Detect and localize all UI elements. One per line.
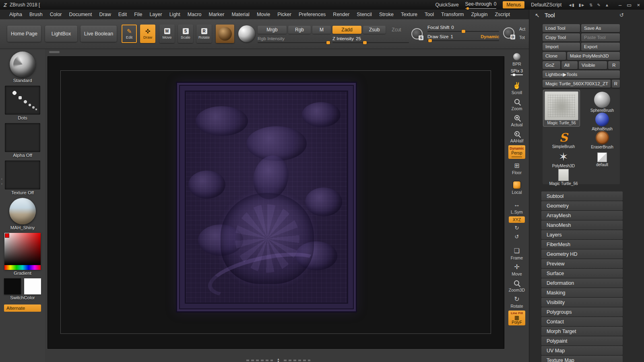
tool-thumbnail[interactable]: ✶ PolyMesh3D [545,150,582,168]
subpalette-uv-map[interactable]: UV Map [541,346,623,355]
subpalette-fibermesh[interactable]: FiberMesh [541,240,623,249]
rotate3d-button[interactable]: ↻ Rotate [511,294,523,309]
subpalette-layers[interactable]: Layers [541,230,623,239]
subpalette-visibility[interactable]: Visibility [541,298,623,307]
doc-scroll-icon[interactable]: ⇅ [589,3,592,7]
minimize-button[interactable]: – [619,2,621,8]
menu-tool[interactable]: Tool [421,10,438,19]
maximize-button[interactable]: ▭ [627,2,632,8]
actual-button[interactable]: Actual [511,113,522,127]
tool-thumbnail[interactable]: EraserBrush [586,131,618,149]
persp-button[interactable]: Dynamic Persp [508,145,525,159]
tool-thumbnail[interactable]: Magic Turtle_56 [545,168,582,186]
scroll-arrows-icon[interactable]: ▲▼ [277,358,280,362]
floor-button[interactable]: ⊞ Floor [512,161,522,175]
subpalette-subtool[interactable]: Subtool [541,191,623,201]
rotate-mode-button[interactable]: R Rotate [196,25,212,43]
see-through-slider[interactable]: See-through 0 [465,1,497,9]
tool-thumbnail[interactable]: SphereBrush [586,92,618,113]
menu-preferences[interactable]: Preferences [295,10,329,19]
z-intensity-slider[interactable]: Z Intensity 25 [332,36,409,43]
alpha-item[interactable]: Alpha Off [5,123,40,158]
menu-stroke[interactable]: Stroke [376,10,397,19]
pen-icon[interactable]: ✎ [597,3,601,7]
menu-movie[interactable]: Movie [253,10,274,19]
move3d-button[interactable]: ✛ Move [512,262,522,276]
subpalette-texture-map[interactable]: Texture Map [541,356,623,362]
menus-button[interactable]: Menus [503,1,524,8]
material-item[interactable]: MAH_Shiny [9,198,36,230]
menu-render[interactable]: Render [329,10,353,19]
tray-divider-handle[interactable] [49,51,60,53]
subpalette-polygroups[interactable]: Polygroups [541,307,623,317]
live-boolean-button[interactable]: Live Boolean [80,26,117,42]
menu-marker[interactable]: Marker [205,10,228,19]
subpalette-masking[interactable]: Masking [541,288,623,297]
goz-visible-button[interactable]: Visible [579,61,607,69]
subpalette-nanomesh[interactable]: NanoMesh [541,220,623,230]
subpalette-surface[interactable]: Surface [541,269,623,278]
edit-mode-button[interactable]: ✎ Edit [122,25,137,43]
mrgb-button[interactable]: Mrgb [258,26,287,34]
rgb-intensity-slider[interactable]: Rgb Intensity [258,36,331,43]
zadd-button[interactable]: Zadd [332,26,361,34]
save-as-button[interactable]: Save As [581,24,620,32]
rotate-ccw-icon[interactable]: ↺ [515,234,519,241]
tray-left-icon[interactable]: ◄▮ [568,3,574,7]
bpr-button[interactable]: BPR [512,52,521,66]
zcut-button[interactable]: Zcut [387,26,406,34]
scroll-button[interactable]: ✌ Scroll [512,81,522,95]
subpalette-geometry[interactable]: Geometry [541,201,623,210]
tot-toggle[interactable]: Tot [519,35,525,40]
tool-thumbnail[interactable]: default [586,150,618,167]
import-button[interactable]: Import [543,43,580,51]
menu-zplugin[interactable]: Zplugin [467,10,491,19]
menu-light[interactable]: Light [166,10,184,19]
menu-alpha[interactable]: Alpha [6,10,26,19]
subpalette-preview[interactable]: Preview [541,259,623,268]
subpalette-geometry-hd[interactable]: Geometry HD [541,249,623,259]
tray-edge-scrollbar[interactable]: ‹ › [0,177,4,186]
focal-shift-slider[interactable]: Focal Shift 0 [427,25,499,32]
goz-button[interactable]: GoZ [543,61,560,69]
subpalette-arraymesh[interactable]: ArrayMesh [541,211,623,220]
active-tool-thumbnail[interactable]: Magic Turtle_56 [543,90,580,126]
polyframe-button[interactable]: Line Fill ▦ PolyF [508,311,525,325]
tool-thumbnail[interactable]: S SimpleBrush [545,131,582,149]
rotate-cw-icon[interactable]: ↻ [515,225,519,232]
aahalf-button[interactable]: AAHalf [510,129,524,143]
m-button[interactable]: M [312,26,331,34]
subpalette-polypaint[interactable]: Polypaint [541,336,623,346]
menu-file[interactable]: File [130,10,146,19]
act-toggle[interactable]: Act [519,27,525,31]
hue-strip[interactable] [4,265,41,270]
color-field[interactable] [4,233,41,265]
goz-r-button[interactable]: R [608,61,620,69]
goz-all-button[interactable]: All [561,61,578,69]
menu-material[interactable]: Material [228,10,253,19]
menu-zscript[interactable]: Zscript [491,10,514,19]
dynamic-toggle[interactable]: Dynamic [481,34,499,39]
rename-tool-button[interactable]: R [612,80,620,88]
local-button[interactable]: Local [512,181,522,195]
lightbox-button[interactable]: LightBox [45,26,77,42]
alternate-button[interactable]: Alternate [4,304,41,312]
persp-mini-slider[interactable] [512,156,522,157]
draw-size-slider[interactable]: Draw Size 1 Dynamic [427,34,499,41]
clone-button[interactable]: Clone [543,52,566,60]
draw-mode-button[interactable]: ✜ Draw [140,25,155,43]
menu-stencil[interactable]: Stencil [353,10,376,19]
menu-draw[interactable]: Draw [96,10,115,19]
menu-edit[interactable]: Edit [115,10,131,19]
move-mode-button[interactable]: M Move [159,25,175,43]
color-picker-item[interactable]: Gradient [4,233,41,276]
spix-slider[interactable]: SPix 3 [511,68,523,75]
stroke-type-item[interactable]: Dots [5,86,40,120]
frame-button[interactable]: ❏ Frame [511,246,523,260]
quicksave-button[interactable]: QuickSave [436,2,459,8]
secondary-color-swatch[interactable] [24,278,41,294]
draw-size-icon[interactable]: D [503,27,514,39]
menu-texture[interactable]: Texture [397,10,421,19]
tool-thumbnail[interactable]: AlphaBrush [586,113,618,131]
paste-tool-button[interactable]: Paste Tool [581,33,620,41]
